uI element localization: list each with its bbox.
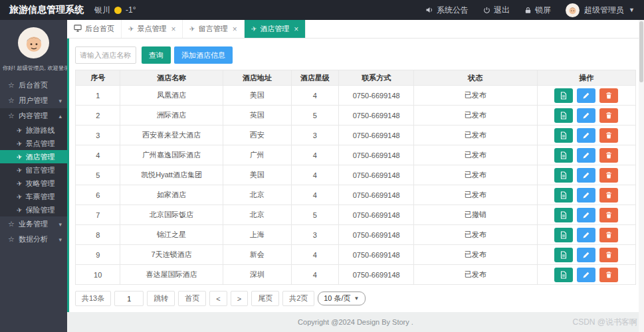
next-page-button[interactable]: > bbox=[231, 291, 248, 306]
page-number-input[interactable] bbox=[114, 291, 144, 306]
phone-cell: 0750-6699148 bbox=[339, 165, 414, 185]
page-size-select[interactable]: 10 条/页 ▼ bbox=[318, 291, 365, 305]
app-title: 旅游信息管理系统 bbox=[0, 4, 86, 16]
view-button[interactable] bbox=[554, 88, 573, 103]
sidebar-item-guide-management[interactable]: ✈ 攻略管理 bbox=[0, 177, 67, 190]
delete-button[interactable] bbox=[599, 268, 618, 282]
prev-page-button[interactable]: < bbox=[209, 291, 227, 306]
last-page-button[interactable]: 尾页 bbox=[251, 291, 279, 306]
edit-button[interactable] bbox=[577, 248, 595, 262]
chevron-down-icon: ▾ bbox=[58, 236, 62, 243]
hotel-name-search-input[interactable] bbox=[75, 46, 136, 64]
horn-icon bbox=[425, 6, 433, 14]
hotel-name-cell: 洲际酒店 bbox=[120, 106, 223, 125]
sidebar-item-insurance-management[interactable]: ✈ 保险管理 bbox=[0, 203, 67, 216]
view-button[interactable] bbox=[554, 228, 573, 242]
app-window: 旅游信息管理系统 银川 -1° 系统公告 退出 bbox=[0, 0, 644, 332]
close-icon[interactable]: × bbox=[294, 25, 298, 34]
first-page-button[interactable]: 首页 bbox=[178, 291, 206, 306]
sidebar-item-business-management[interactable]: ☆ 业务管理 ▾ bbox=[0, 216, 67, 232]
delete-button[interactable] bbox=[599, 208, 618, 222]
edit-button[interactable] bbox=[577, 168, 595, 183]
delete-button[interactable] bbox=[599, 168, 618, 183]
view-button[interactable] bbox=[554, 188, 573, 203]
edit-button[interactable] bbox=[577, 208, 595, 222]
status-cell: 已发布 bbox=[414, 165, 537, 185]
sidebar-item-label: 旅游路线 bbox=[25, 125, 54, 135]
lock-screen-button[interactable]: 锁屏 bbox=[524, 5, 551, 16]
star-icon: ☆ bbox=[8, 112, 15, 120]
close-icon[interactable]: × bbox=[233, 25, 237, 34]
sidebar-item-ticket-management[interactable]: ✈ 车票管理 bbox=[0, 190, 67, 203]
edit-button[interactable] bbox=[577, 88, 595, 103]
close-icon[interactable]: × bbox=[171, 25, 175, 34]
logout-button[interactable]: 退出 bbox=[483, 5, 510, 16]
scrollbar[interactable] bbox=[639, 20, 644, 332]
total-pages: 共2页 bbox=[282, 291, 314, 306]
sidebar-item-content-management[interactable]: ☆ 内容管理 ▴ bbox=[0, 108, 67, 124]
address-cell: 西安 bbox=[223, 125, 291, 145]
delete-button[interactable] bbox=[599, 108, 618, 123]
sidebar-item-scenic-management[interactable]: ✈ 景点管理 bbox=[0, 137, 67, 150]
add-hotel-button[interactable]: 添加酒店信息 bbox=[174, 46, 233, 64]
sidebar: 你好! 超级管理员, 欢迎登录 ☆ 后台首页 ☆ 用户管理 ▾ ☆ 内容管理 ▴… bbox=[0, 20, 67, 332]
tab-label: 后台首页 bbox=[85, 24, 114, 34]
edit-button[interactable] bbox=[577, 108, 595, 123]
hotel-name-cell: 广州嘉逸国际酒店 bbox=[120, 145, 223, 165]
edit-button[interactable] bbox=[577, 188, 595, 203]
tab-scenic-management[interactable]: ✈ 景点管理 × bbox=[122, 20, 183, 38]
sidebar-item-user-management[interactable]: ☆ 用户管理 ▾ bbox=[0, 93, 67, 108]
hotel-name-cell: 喜达屋国际酒店 bbox=[120, 265, 223, 285]
user-menu[interactable]: 超级管理员 ▼ bbox=[566, 3, 635, 17]
view-button[interactable] bbox=[554, 248, 573, 262]
edit-button[interactable] bbox=[577, 228, 595, 242]
stars-cell: 3 bbox=[291, 225, 339, 245]
edit-button[interactable] bbox=[577, 268, 595, 282]
announcement-button[interactable]: 系统公告 bbox=[425, 5, 469, 16]
tab-hotel-management[interactable]: ✈ 酒店管理 × bbox=[245, 20, 306, 38]
header-row: 序号 酒店名称 酒店地址 酒店星级 联系方式 状态 操作 bbox=[76, 70, 636, 86]
edit-button[interactable] bbox=[577, 128, 595, 143]
tab-backend-home[interactable]: 后台首页 bbox=[67, 20, 122, 38]
sidebar-item-message-management[interactable]: ✈ 留言管理 bbox=[0, 163, 67, 177]
delete-button[interactable] bbox=[599, 88, 618, 103]
tab-message-management[interactable]: ✈ 留言管理 × bbox=[183, 20, 244, 38]
address-cell: 美国 bbox=[223, 165, 291, 185]
sidebar-item-hotel-management[interactable]: ✈ 酒店管理 bbox=[0, 150, 67, 163]
plane-icon: ✈ bbox=[128, 25, 134, 33]
sidebar-item-label: 酒店管理 bbox=[25, 152, 54, 162]
view-button[interactable] bbox=[554, 148, 573, 163]
star-icon: ☆ bbox=[8, 235, 15, 244]
actions-cell bbox=[537, 86, 635, 106]
delete-button[interactable] bbox=[599, 128, 618, 143]
phone-cell: 0750-6699148 bbox=[339, 205, 414, 225]
phone-cell: 0750-6699148 bbox=[339, 265, 414, 285]
status-cell: 已发布 bbox=[414, 145, 537, 165]
delete-button[interactable] bbox=[599, 228, 618, 242]
sidebar-item-data-analysis[interactable]: ☆ 数据分析 ▾ bbox=[0, 232, 67, 247]
view-button[interactable] bbox=[554, 268, 573, 282]
view-button[interactable] bbox=[554, 208, 573, 222]
plane-icon: ✈ bbox=[251, 25, 257, 33]
delete-button[interactable] bbox=[599, 148, 618, 163]
view-button[interactable] bbox=[554, 128, 573, 143]
table-row: 2 洲际酒店 英国 5 0750-6699148 已发布 bbox=[76, 106, 636, 125]
sidebar-item-travel-routes[interactable]: ✈ 旅游路线 bbox=[0, 124, 67, 137]
hotel-management-panel: 查询 添加酒店信息 序号 酒店名称 酒店地址 酒店星级 联系方式 状态 操作 bbox=[67, 39, 644, 312]
address-cell: 深圳 bbox=[223, 265, 291, 285]
query-button[interactable]: 查询 bbox=[142, 46, 171, 64]
weather-city: 银川 bbox=[94, 5, 110, 16]
chevron-up-icon: ▴ bbox=[58, 113, 62, 120]
view-button[interactable] bbox=[554, 168, 573, 183]
delete-button[interactable] bbox=[599, 188, 618, 203]
status-cell: 已发布 bbox=[414, 245, 537, 265]
stars-cell: 5 bbox=[291, 106, 339, 125]
view-button[interactable] bbox=[554, 108, 573, 123]
hotel-table-header: 序号 酒店名称 酒店地址 酒店星级 联系方式 状态 操作 bbox=[76, 70, 636, 86]
topbar-actions: 系统公告 退出 锁屏 超级管理员 ▼ bbox=[425, 3, 644, 17]
delete-button[interactable] bbox=[599, 248, 618, 262]
edit-button[interactable] bbox=[577, 148, 595, 163]
jump-button[interactable]: 跳转 bbox=[147, 291, 175, 306]
sidebar-item-backend-home[interactable]: ☆ 后台首页 bbox=[0, 78, 67, 93]
scrollbar-thumb[interactable] bbox=[639, 21, 643, 82]
